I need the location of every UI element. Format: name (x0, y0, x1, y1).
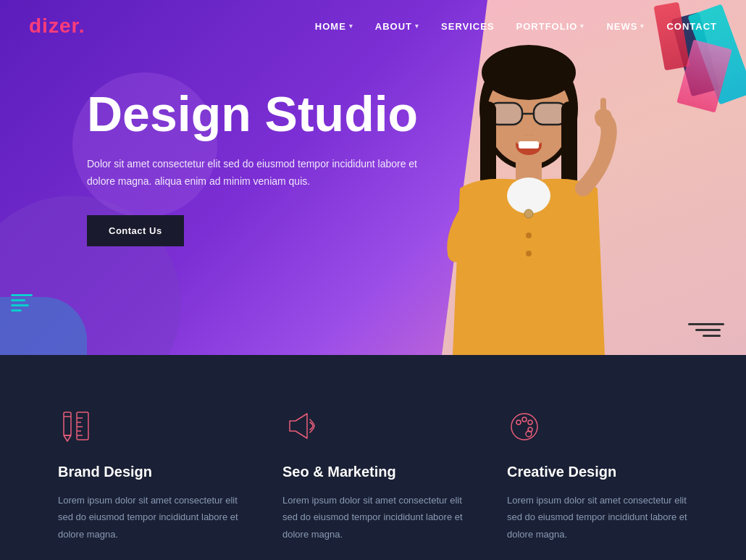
creative-design-title: Creative Design (507, 464, 688, 480)
site-logo: dizer. (29, 14, 85, 38)
main-nav: HOME ▾ ABOUT ▾ Services PORTFOLIO ▾ NEWS… (315, 21, 717, 32)
svg-point-12 (507, 177, 550, 214)
svg-rect-7 (519, 141, 539, 149)
chevron-down-icon: ▾ (349, 22, 353, 30)
nav-home-label: HOME (315, 21, 346, 32)
seo-marketing-title: Seo & Marketing (282, 464, 464, 480)
hero-subtitle: Dolor sit amet consectetur elit sed do e… (87, 156, 420, 191)
service-card-creative-design: Creative Design Lorem ipsum dolor sit am… (507, 406, 688, 543)
svg-point-29 (522, 417, 527, 422)
brand-design-desc: Lorem ipsum dolor sit amet consectetur e… (58, 492, 239, 543)
nav-services[interactable]: Services (441, 21, 495, 32)
nav-about-label: ABOUT (375, 21, 412, 32)
dash-2 (695, 329, 721, 331)
nav-contact-label: CONTACT (666, 21, 717, 32)
nav-portfolio-label: PORTFOLIO (516, 21, 578, 32)
nav-home[interactable]: HOME ▾ (315, 21, 353, 32)
svg-rect-18 (64, 412, 71, 435)
seo-marketing-desc: Lorem ipsum dolor sit amet consectetur e… (282, 492, 464, 543)
svg-point-8 (482, 45, 576, 100)
services-section: Brand Design Lorem ipsum dolor sit amet … (0, 355, 746, 560)
svg-rect-14 (600, 98, 606, 120)
logo-text: dizer (29, 14, 79, 37)
svg-point-15 (524, 209, 533, 218)
svg-point-28 (516, 420, 521, 425)
megaphone-icon (282, 408, 319, 444)
brand-design-icon (58, 406, 239, 446)
chevron-down-icon: ▾ (415, 22, 419, 30)
svg-marker-19 (64, 435, 71, 441)
bar-1 (11, 294, 33, 296)
hero-content: Design Studio Dolor sit amet consectetur… (87, 87, 420, 246)
dash-decoration (688, 319, 724, 340)
nav-news[interactable]: NEWS ▾ (606, 21, 645, 32)
nav-portfolio[interactable]: PORTFOLIO ▾ (516, 21, 585, 32)
hero-section: dizer. HOME ▾ ABOUT ▾ Services PORTFOLIO… (0, 0, 746, 355)
palette-icon (507, 408, 543, 444)
site-header: dizer. HOME ▾ ABOUT ▾ Services PORTFOLIO… (0, 0, 746, 52)
hero-title: Design Studio (87, 87, 420, 141)
logo-dot: . (79, 14, 85, 37)
dash-3 (703, 335, 721, 337)
creative-design-icon (507, 406, 688, 446)
hero-person-image (406, 29, 652, 355)
svg-point-16 (526, 233, 532, 238)
svg-point-17 (526, 251, 532, 256)
nav-contact[interactable]: CONTACT (666, 21, 717, 32)
nav-news-label: NEWS (606, 21, 637, 32)
brand-design-title: Brand Design (58, 464, 239, 480)
service-card-seo-marketing: Seo & Marketing Lorem ipsum dolor sit am… (282, 406, 464, 543)
dash-1 (688, 323, 724, 325)
pencil-ruler-icon (58, 408, 94, 444)
page-wrapper: dizer. HOME ▾ ABOUT ▾ Services PORTFOLIO… (0, 0, 746, 560)
chevron-down-icon: ▾ (640, 22, 645, 30)
person-illustration (424, 43, 634, 355)
svg-point-32 (526, 431, 532, 437)
nav-about[interactable]: ABOUT ▾ (375, 21, 419, 32)
service-card-brand-design: Brand Design Lorem ipsum dolor sit amet … (58, 406, 239, 543)
nav-services-label: Services (441, 21, 495, 32)
chevron-down-icon: ▾ (580, 22, 584, 30)
seo-marketing-icon (282, 406, 464, 446)
contact-us-button[interactable]: Contact Us (87, 215, 184, 246)
creative-design-desc: Lorem ipsum dolor sit amet consectetur e… (507, 492, 688, 543)
svg-point-30 (528, 420, 532, 425)
